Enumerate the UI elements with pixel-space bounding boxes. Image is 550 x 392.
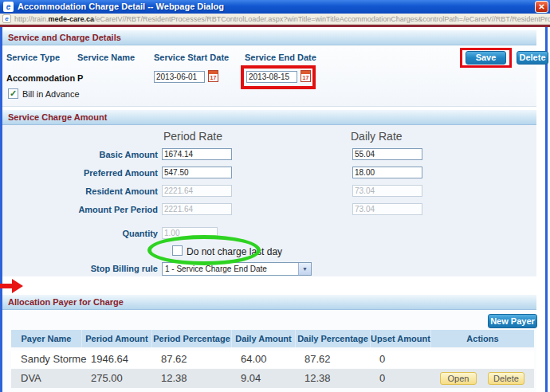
service-type-header: Service Type xyxy=(6,53,60,62)
period-amount-cell: 275.00 xyxy=(81,369,151,388)
chevron-down-icon[interactable]: ▼ xyxy=(298,263,311,275)
resident-amount-label: Resident Amount xyxy=(2,186,158,196)
daily-percentage-header: Daily Percentage xyxy=(295,330,370,347)
preferred-amount-period-input[interactable] xyxy=(162,167,232,178)
bill-in-advance-label: Bill in Advance xyxy=(22,89,80,99)
section-header-service-details: Service and Charge Details xyxy=(2,30,536,45)
dialog-url: http://train.mede-care.ca/eCareIV//RBT/R… xyxy=(14,15,550,23)
period-percentage-header: Period Percentage xyxy=(151,330,231,347)
resident-amount-period-input xyxy=(162,185,232,197)
daily-amount-cell: 9.04 xyxy=(231,369,295,388)
section-header-allocation-payer: Allocation Payer for Charge xyxy=(2,295,536,310)
daily-rate-column-header: Daily Rate xyxy=(351,130,403,143)
daily-amount-header: Daily Amount xyxy=(231,330,295,347)
quantity-label: Quantity xyxy=(2,229,158,238)
service-end-date-input[interactable] xyxy=(246,71,297,83)
basic-amount-label: Basic Amount xyxy=(2,150,158,159)
resident-amount-row: Resident Amount xyxy=(2,185,536,198)
do-not-charge-last-day-checkbox[interactable] xyxy=(172,245,183,256)
preferred-amount-row: Preferred Amount xyxy=(2,167,536,180)
title-bar: e Accommodation Charge Detail -- Webpage… xyxy=(0,0,550,14)
amount-per-period-daily-input xyxy=(352,203,422,215)
period-rate-column-header: Period Rate xyxy=(163,130,222,143)
service-end-date-header: Service End Date xyxy=(245,53,316,62)
section-divider xyxy=(2,106,536,107)
url-path: /eCareIV//RBT/ResidentProcesses/RBTContr… xyxy=(94,15,550,23)
basic-amount-daily-input[interactable] xyxy=(352,148,422,160)
url-domain: mede-care.ca xyxy=(49,15,95,23)
upset-amount-cell: 0 xyxy=(370,369,430,388)
service-start-date-input[interactable] xyxy=(154,71,205,83)
delete-payer-button[interactable]: Delete xyxy=(488,372,524,385)
daily-pct-cell: 12.38 xyxy=(295,369,370,388)
section-header-charge-amount: Service Charge Amount xyxy=(2,110,536,125)
annotation-red-arrow xyxy=(0,278,24,294)
stop-billing-rule-row: Stop Billing rule 1 - Service Charge End… xyxy=(2,262,536,276)
header-divider xyxy=(0,25,550,27)
table-row: DVA 275.00 12.38 9.04 12.38 0 Open Delet… xyxy=(11,369,534,388)
actions-cell: Open Delete xyxy=(430,369,534,388)
upset-amount-cell: 0 xyxy=(370,351,430,368)
calendar-day: 17 xyxy=(209,74,218,81)
stop-billing-rule-label: Stop Billing rule xyxy=(2,264,158,273)
basic-amount-row: Basic Amount xyxy=(2,148,536,162)
ie-url-icon: e xyxy=(2,14,11,23)
amount-per-period-label: Amount Per Period xyxy=(2,205,158,214)
calendar-icon[interactable]: 17 xyxy=(208,70,218,82)
stop-billing-rule-value: 1 - Service Charge End Date xyxy=(163,265,298,273)
close-icon[interactable]: ✕ xyxy=(535,1,548,13)
payer-name-cell: Sandy Storme xyxy=(11,351,81,368)
do-not-charge-last-day-label: Do not charge last day xyxy=(187,246,282,257)
save-button[interactable]: Save xyxy=(466,51,506,65)
url-prefix: http://train. xyxy=(14,15,49,23)
bill-in-advance-checkbox[interactable]: ✓ xyxy=(8,88,18,99)
period-amount-cell: 1946.64 xyxy=(81,351,151,368)
actions-header: Actions xyxy=(430,330,534,347)
preferred-amount-label: Preferred Amount xyxy=(2,168,158,178)
upset-amount-header: Upset Amount xyxy=(370,330,430,347)
payer-table-header: Payer Name Period Amount Period Percenta… xyxy=(11,330,534,347)
basic-amount-period-input[interactable] xyxy=(162,148,232,160)
service-type-value: Accommodation xyxy=(6,73,75,83)
stop-billing-rule-select[interactable]: 1 - Service Charge End Date ▼ xyxy=(162,262,312,276)
calendar-icon[interactable]: 17 xyxy=(301,70,311,82)
delete-button[interactable]: Delete xyxy=(517,51,548,65)
webpage-dialog: e Accommodation Charge Detail -- Webpage… xyxy=(0,0,550,392)
address-bar: e http://train.mede-care.ca/eCareIV//RBT… xyxy=(0,14,550,25)
service-start-date-header: Service Start Date xyxy=(154,53,229,62)
calendar-day: 17 xyxy=(301,74,310,81)
quantity-input xyxy=(162,227,218,239)
amount-per-period-row: Amount Per Period xyxy=(2,203,536,217)
daily-amount-cell: 64.00 xyxy=(231,351,295,368)
period-pct-cell: 87.62 xyxy=(151,351,231,368)
payer-name-header: Payer Name xyxy=(11,330,81,347)
dialog-border-right xyxy=(545,27,548,392)
preferred-amount-daily-input[interactable] xyxy=(352,167,422,178)
period-pct-cell: 12.38 xyxy=(151,369,231,388)
actions-cell xyxy=(430,351,534,368)
service-name-value: P xyxy=(77,73,83,83)
quantity-row: Quantity xyxy=(2,227,536,241)
service-name-header: Service Name xyxy=(77,53,135,62)
period-amount-header: Period Amount xyxy=(81,330,151,347)
new-payer-button[interactable]: New Payer xyxy=(488,314,537,328)
open-payer-button[interactable]: Open xyxy=(440,372,477,385)
amount-per-period-period-input xyxy=(162,203,232,215)
dialog-title: Accommodation Charge Detail -- Webpage D… xyxy=(18,0,224,14)
daily-pct-cell: 87.62 xyxy=(295,351,370,368)
payer-name-cell: DVA xyxy=(11,369,81,388)
ie-page-icon: e xyxy=(3,2,14,12)
resident-amount-daily-input xyxy=(352,185,422,197)
table-row: Sandy Storme 1946.64 87.62 64.00 87.62 0 xyxy=(11,351,534,368)
